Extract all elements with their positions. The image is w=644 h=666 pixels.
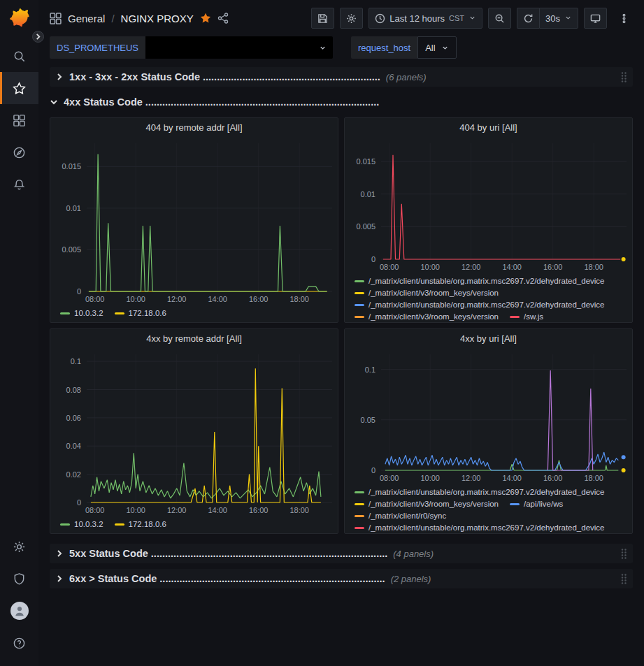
legend-item[interactable]: /sw.js	[510, 312, 543, 322]
sidebar-item-dashboards[interactable]	[0, 104, 38, 136]
legend-swatch	[60, 312, 70, 314]
panel-grid: 404 by remote addr [All] 08:0010:0012:00…	[50, 117, 633, 534]
request-host-variable-label[interactable]: request_host	[351, 36, 417, 59]
panel-legend: 10.0.3.2172.18.0.6	[50, 516, 338, 533]
legend-swatch	[355, 304, 364, 306]
legend-item[interactable]: 172.18.0.6	[115, 519, 166, 530]
sidebar-item-search[interactable]	[0, 40, 38, 72]
search-icon	[13, 50, 26, 63]
legend-item[interactable]: /api/live/ws	[510, 499, 563, 509]
legend-swatch	[355, 515, 364, 517]
dashboard-content: 1xx - 3xx - 2xx Status Code ............…	[38, 61, 644, 666]
legend-label: /_matrix/client/unstable/org.matrix.msc2…	[368, 300, 605, 310]
svg-text:18:00: 18:00	[584, 263, 603, 271]
sidebar-item-explore[interactable]	[0, 136, 38, 168]
dashboards-grid-icon	[13, 114, 26, 127]
legend-label: /_matrix/client/unstable/org.matrix.msc2…	[368, 487, 605, 498]
zoom-out-button[interactable]	[488, 8, 511, 29]
datasource-variable-label[interactable]: DS_PROMETHEUS	[50, 36, 145, 59]
legend-item[interactable]: /_matrix/client/v3/room_keys/version	[355, 288, 499, 298]
svg-text:0.01: 0.01	[361, 190, 375, 198]
time-range-picker[interactable]: Last 12 hours CST	[368, 8, 482, 29]
legend-item[interactable]: 10.0.3.2	[60, 519, 103, 530]
legend-item[interactable]: /_matrix/client/v3/room_keys/version	[355, 499, 499, 509]
row-title: 4xx Status Code ........................…	[64, 96, 379, 108]
svg-text:0: 0	[77, 287, 81, 296]
breadcrumb-dashboard-title[interactable]: NGINX PROXY	[121, 13, 194, 24]
legend-item[interactable]: 172.18.0.6	[115, 308, 166, 319]
svg-text:08:00: 08:00	[380, 263, 399, 271]
legend-swatch	[355, 491, 364, 493]
more-options-button[interactable]	[613, 8, 636, 29]
dashboard-settings-button[interactable]	[340, 8, 363, 29]
timeseries-chart[interactable]: 08:0010:0012:0014:0016:0018:0000.0050.01…	[50, 136, 338, 305]
row-header-5xx[interactable]: 5xx Status Code ........................…	[50, 544, 633, 563]
panel-title[interactable]: 404 by uri [All]	[345, 118, 632, 136]
row-drag-handle[interactable]	[620, 573, 627, 585]
help-icon	[13, 637, 26, 650]
legend-item[interactable]: 10.0.3.2	[60, 308, 103, 319]
panel-4xx-by-remote-addr: 4xx by remote addr [All] 08:0010:0012:00…	[50, 328, 338, 534]
legend-item[interactable]: /_matrix/client/unstable/org.matrix.msc2…	[355, 300, 605, 310]
timeseries-chart[interactable]: 08:0010:0012:0014:0016:0018:0000.020.040…	[50, 347, 338, 516]
chevron-down-icon	[468, 13, 476, 24]
refresh-interval-label: 30s	[545, 13, 560, 24]
breadcrumb-folder[interactable]: General	[68, 13, 105, 24]
apps-grid-icon[interactable]	[50, 13, 62, 24]
svg-text:12:00: 12:00	[167, 506, 187, 514]
svg-text:16:00: 16:00	[543, 474, 563, 482]
svg-text:0.04: 0.04	[66, 442, 81, 450]
legend-item[interactable]: /_matrix/client/unstable/org.matrix.msc2…	[355, 487, 605, 498]
legend-item[interactable]: /_matrix/client/v3/room_keys/version	[355, 312, 499, 322]
panel-title[interactable]: 4xx by uri [All]	[345, 329, 632, 347]
request-host-value-text: All	[425, 43, 435, 53]
timeseries-chart[interactable]: 08:0010:0012:0014:0016:0018:0000.050.1	[345, 347, 632, 484]
row-drag-handle[interactable]	[620, 548, 627, 560]
timeseries-chart[interactable]: 08:0010:0012:0014:0016:0018:0000.0050.01…	[345, 136, 632, 273]
gear-icon	[346, 13, 357, 24]
panel-title[interactable]: 4xx by remote addr [All]	[50, 329, 338, 347]
sidebar-item-configuration[interactable]	[0, 530, 38, 563]
row-drag-handle[interactable]	[620, 71, 627, 83]
share-icon[interactable]	[217, 13, 229, 24]
legend-item[interactable]: /_matrix/client/r0/sync	[355, 511, 446, 521]
row-title: 1xx - 3xx - 2xx Status Code ............…	[69, 71, 380, 82]
grafana-logo[interactable]	[8, 6, 31, 30]
sidebar-item-alerting[interactable]	[0, 168, 38, 201]
monitor-icon	[590, 13, 601, 24]
panel-legend: /_matrix/client/unstable/org.matrix.msc2…	[345, 484, 632, 534]
svg-text:0.01: 0.01	[66, 204, 81, 212]
svg-text:0.08: 0.08	[66, 386, 81, 394]
chevron-right-icon	[55, 574, 64, 583]
save-dashboard-button[interactable]	[311, 8, 334, 29]
sidebar-expand-button[interactable]	[32, 31, 44, 43]
sidebar-item-server-admin[interactable]	[0, 563, 38, 595]
legend-item[interactable]: /_matrix/client/unstable/org.matrix.msc2…	[355, 276, 605, 287]
refresh-interval-dropdown[interactable]: 30s	[539, 8, 578, 29]
chart-svg: 08:0010:0012:0014:0016:0018:0000.0050.01…	[349, 136, 633, 273]
row-header-1xx-3xx-2xx[interactable]: 1xx - 3xx - 2xx Status Code ............…	[50, 67, 633, 87]
time-range-label: Last 12 hours	[389, 13, 445, 24]
legend-label: 172.18.0.6	[129, 308, 166, 319]
tv-mode-button[interactable]	[584, 8, 607, 29]
legend-item[interactable]: /_matrix/client/unstable/org.matrix.msc2…	[355, 523, 605, 533]
row-header-6xx[interactable]: 6xx > Status Code ......................…	[50, 569, 633, 588]
svg-text:0.005: 0.005	[356, 222, 375, 231]
legend-swatch	[355, 292, 364, 294]
legend-label: /api/live/ws	[524, 499, 563, 509]
kebab-menu-icon	[619, 13, 629, 24]
datasource-variable-value[interactable]	[145, 36, 333, 59]
favorite-star-icon[interactable]	[200, 13, 211, 24]
sidebar-item-help[interactable]	[0, 627, 38, 659]
sidebar-item-profile[interactable]	[0, 595, 38, 627]
shield-icon	[13, 572, 26, 586]
refresh-button[interactable]	[517, 8, 539, 29]
sidebar	[0, 0, 38, 666]
sidebar-item-starred[interactable]	[0, 72, 38, 104]
svg-text:10:00: 10:00	[126, 506, 145, 514]
request-host-variable-value[interactable]: All	[417, 36, 456, 59]
row-header-4xx[interactable]: 4xx Status Code ........................…	[50, 92, 633, 112]
panel-title[interactable]: 404 by remote addr [All]	[50, 118, 338, 136]
grafana-logo-icon	[8, 6, 31, 30]
legend-label: /sw.js	[524, 312, 543, 322]
